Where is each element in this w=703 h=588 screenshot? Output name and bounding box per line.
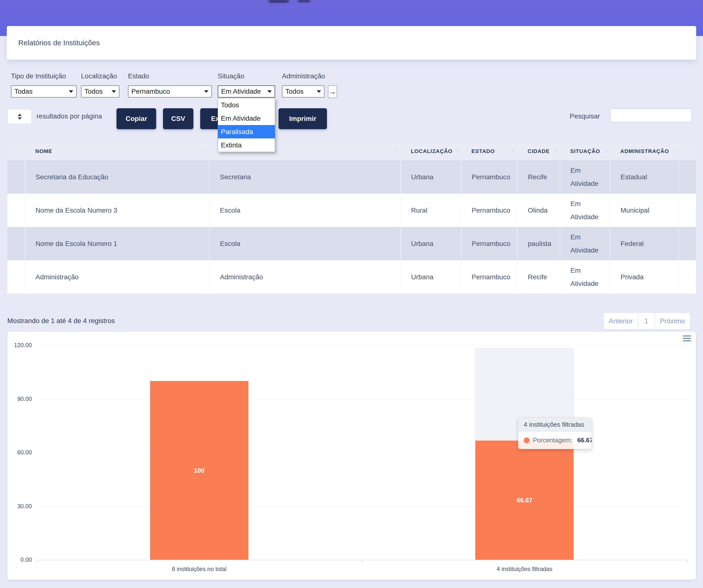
sort-icon[interactable]: ↑↓ (512, 149, 515, 154)
pagination-previous-button[interactable]: Anterior (603, 312, 638, 329)
table-cell: Secretaria da Educação (25, 160, 210, 194)
bar-value-label: 66.67 (517, 496, 533, 504)
tooltip-series-label: Porcentagem: (533, 436, 572, 444)
select-tipo-instituicao[interactable]: Todas (11, 85, 77, 97)
table-cell: Urbana (401, 260, 461, 294)
column-title: LOCALIZAÇÃO (411, 148, 453, 154)
chart-tooltip: 4 instituições filtradas Porcentagem: 66… (518, 418, 592, 449)
table-cell-empty (7, 194, 25, 227)
situacao-option-em-atividade[interactable]: Em Atividade (218, 112, 275, 125)
logo-fragment (268, 0, 289, 3)
table-header-col[interactable]: LOCALIZAÇÃO↑↓ (401, 142, 461, 160)
tooltip-title: 4 instituições filtradas (518, 418, 592, 432)
table-header-empty (679, 142, 696, 160)
pagination-next-button[interactable]: Próximo (654, 312, 690, 329)
table-cell: Urbana (401, 227, 461, 260)
table-cell: paulista (518, 227, 560, 260)
x-axis-tick (687, 560, 688, 563)
table-row[interactable]: Nome da Escola Numero 1EscolaUrbanaPerna… (7, 227, 696, 260)
table-cell: Estadual (610, 160, 679, 194)
table-cell: Nome da Escola Numero 3 (25, 194, 210, 227)
y-axis-tick-label: 120.00 (10, 342, 32, 349)
chevron-down-icon (204, 90, 209, 93)
filter-label-tipo: Tipo de Instituição (11, 72, 66, 80)
table-header-col[interactable]: SITUAÇÃO↑↓ (560, 142, 610, 160)
page-title: Relatórios de Instituições (18, 39, 100, 47)
situacao-option-extinta[interactable]: Extinta (218, 138, 275, 152)
sort-icon[interactable]: ↑↓ (673, 149, 676, 154)
apply-filters-button[interactable]: → (328, 85, 337, 98)
select-administracao-value: Todos (285, 88, 304, 95)
sort-icon[interactable]: ↑↓ (456, 149, 459, 154)
sort-icon[interactable]: ↑↓ (204, 149, 207, 154)
table-header-col[interactable]: ESTADO↑↓ (461, 142, 518, 160)
situacao-dropdown-open: TodosEm AtividadeParalisadaExtinta (218, 98, 275, 152)
select-localizacao[interactable]: Todos (81, 85, 120, 97)
table-cell: Escola (210, 194, 401, 227)
table-header-col[interactable]: CIDADE↑↓ (518, 142, 560, 160)
table-cell-empty (679, 194, 696, 227)
table-row[interactable]: Secretaria da EducaçãoSecretariaUrbanaPe… (7, 160, 696, 194)
table-row[interactable]: Nome da Escola Numero 3EscolaRuralPernam… (7, 194, 696, 227)
table-cell-empty (679, 227, 696, 260)
table-header-row: NOME↑↓↑↓LOCALIZAÇÃO↑↓ESTADO↑↓CIDADE↑↓SIT… (7, 142, 696, 160)
print-button[interactable]: Imprimir (279, 108, 327, 129)
pagination-page-1[interactable]: 1 (638, 312, 655, 329)
logo-fragment (298, 0, 310, 2)
gridline (36, 506, 687, 507)
table-cell: Recife (518, 260, 560, 294)
table-body: Secretaria da EducaçãoSecretariaUrbanaPe… (7, 160, 696, 294)
table-cell-empty (7, 227, 25, 260)
x-axis-category-label: 6 instituições no total (172, 566, 227, 573)
x-axis-tick (362, 560, 363, 563)
search-input[interactable] (610, 108, 692, 122)
table-cell: Em Atividade (560, 227, 610, 260)
select-administracao[interactable]: Todos (282, 85, 324, 97)
results-per-page-select[interactable] (7, 109, 32, 124)
table-cell: Escola (210, 227, 401, 260)
gridline (36, 345, 687, 346)
sort-icon[interactable]: ↑↓ (554, 149, 557, 154)
csv-button[interactable]: CSV (163, 108, 193, 129)
select-localizacao-value: Todos (84, 88, 103, 95)
select-estado[interactable]: Pernambuco (128, 85, 212, 97)
table-cell: Pernambuco (461, 160, 518, 194)
table-cell: Urbana (401, 160, 461, 194)
results-per-page-label: resultados por página (36, 113, 102, 120)
institutions-table: NOME↑↓↑↓LOCALIZAÇÃO↑↓ESTADO↑↓CIDADE↑↓SIT… (7, 142, 696, 294)
chart-menu-icon[interactable] (683, 336, 691, 341)
column-title: SITUAÇÃO (570, 148, 600, 154)
sort-icon[interactable]: ↑↓ (395, 149, 398, 154)
copy-button[interactable]: Copiar (116, 108, 156, 129)
gridline (36, 399, 687, 399)
situacao-option-todos[interactable]: Todos (218, 98, 275, 112)
table-header-empty (7, 142, 25, 160)
select-estado-value: Pernambuco (131, 88, 170, 95)
bar-value-label: 100 (194, 466, 204, 474)
y-axis-tick-label: 0.00 (10, 557, 32, 563)
page: Relatórios de Instituições Tipo de Insti… (0, 0, 703, 588)
table-cell: Pernambuco (461, 194, 518, 227)
title-card: Relatórios de Instituições (7, 26, 696, 60)
table-header-col[interactable]: NOME↑↓ (25, 142, 210, 160)
table-row[interactable]: AdministraçãoAdministraçãoUrbanaPernambu… (7, 260, 696, 294)
table-cell: Em Atividade (560, 260, 610, 294)
table-cell: Em Atividade (560, 160, 610, 194)
select-tipo-value: Todas (14, 88, 32, 95)
column-title: ADMINISTRAÇÃO (620, 148, 669, 154)
stepper-up-icon (18, 114, 22, 116)
table-cell: Recife (518, 160, 560, 194)
y-axis-tick-label: 90.00 (10, 395, 32, 402)
table-cell: Pernambuco (461, 260, 518, 294)
situacao-option-paralisada[interactable]: Paralisada (218, 125, 275, 138)
table-header-col[interactable]: ADMINISTRAÇÃO↑↓ (610, 142, 679, 160)
sort-icon[interactable]: ↑↓ (605, 149, 608, 154)
select-situacao[interactable]: Em Atividade (218, 85, 275, 97)
table-cell: Nome da Escola Numero 1 (25, 227, 210, 260)
x-axis-category-label: 4 instituições filtradas (497, 566, 552, 573)
x-axis-tick (36, 560, 37, 563)
table-cell: Rural (401, 194, 461, 227)
table-cell: Secretaria (210, 160, 401, 194)
y-axis-tick-label: 60.00 (10, 449, 32, 456)
table-cell: Federal (610, 227, 679, 260)
